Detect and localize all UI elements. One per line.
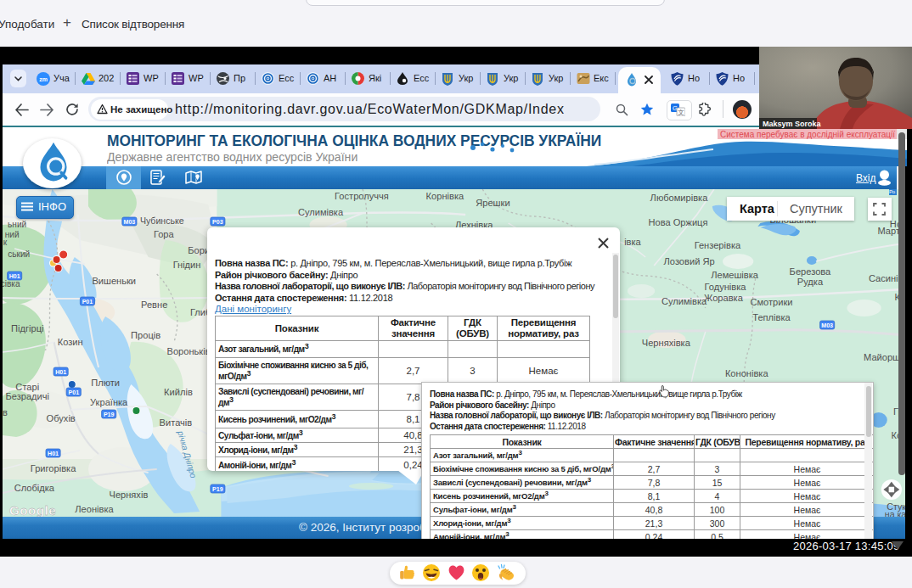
svg-text:Гнідин: Гнідин bbox=[173, 260, 201, 270]
svg-text:Теплівка: Теплівка bbox=[752, 312, 791, 322]
svg-text:Нова Оржиця: Нова Оржиця bbox=[648, 217, 707, 227]
svg-text:zm: zm bbox=[39, 76, 48, 82]
svg-text:Гензерівка: Гензерівка bbox=[695, 240, 741, 250]
svg-text:Витачів: Витачів bbox=[160, 417, 193, 428]
svg-text:Любомирівка: Любомирівка bbox=[650, 193, 709, 203]
svg-text:Плюти: Плюти bbox=[91, 378, 120, 388]
svg-text:івка: івка bbox=[624, 237, 641, 247]
svg-text:Підгірці: Підгірці bbox=[11, 323, 43, 333]
svg-text:М03: М03 bbox=[124, 219, 136, 225]
svg-text:Обухів: Обухів bbox=[47, 413, 76, 423]
svg-text:Н01: Н01 bbox=[9, 273, 20, 279]
svg-text:Ярешки: Ярешки bbox=[476, 198, 509, 208]
svg-text:Сулимівка: Сулимівка bbox=[661, 296, 707, 306]
svg-text:Р03: Р03 bbox=[212, 219, 223, 225]
svg-text:Сулимівка: Сулимівка bbox=[298, 207, 344, 217]
svg-text:сівка: сівка bbox=[3, 279, 20, 288]
svg-text:Кийлів: Кийлів bbox=[164, 387, 193, 397]
svg-text:Козин: Козин bbox=[58, 337, 83, 347]
svg-text:Ревне: Ревне bbox=[141, 300, 167, 310]
svg-text:Рудка: Рудка bbox=[797, 277, 824, 287]
svg-text:Гостролуччя: Гостролуччя bbox=[335, 191, 389, 201]
svg-text:Григорівка: Григорівка bbox=[31, 463, 76, 473]
svg-text:Гора: Гора bbox=[154, 229, 175, 239]
svg-text:Н01: Н01 bbox=[55, 369, 66, 375]
svg-text:Черняхів: Черняхів bbox=[109, 490, 148, 500]
svg-text:Лозовий Яр: Лозовий Яр bbox=[664, 256, 715, 266]
svg-text:Жоравка: Жоравка bbox=[704, 293, 744, 303]
svg-text:Березова: Березова bbox=[790, 266, 831, 277]
svg-text:Проців: Проців bbox=[131, 330, 160, 340]
svg-text:к: к bbox=[3, 238, 8, 247]
svg-text:Google: Google bbox=[9, 503, 56, 518]
svg-text:Лемешівка: Лемешівка bbox=[711, 270, 759, 280]
svg-text:Леонівка: Леонівка bbox=[75, 504, 114, 514]
svg-text:Н01: Н01 bbox=[48, 451, 59, 456]
svg-text:М03: М03 bbox=[821, 322, 833, 328]
svg-text:Годунівка: Годунівка bbox=[705, 282, 747, 292]
svg-text:Корнівка: Корнівка bbox=[426, 191, 464, 201]
svg-text:в: в bbox=[3, 407, 8, 417]
svg-text:Безрадичі: Безрадичі bbox=[5, 391, 49, 401]
svg-text:Р01: Р01 bbox=[69, 389, 80, 395]
svg-text:Р19: Р19 bbox=[212, 486, 223, 492]
svg-text:Чубинське: Чубинське bbox=[140, 216, 184, 226]
svg-text:Вороньків: Вороньків bbox=[167, 346, 211, 356]
svg-text:Черняхівка: Черняхівка bbox=[642, 338, 691, 348]
svg-text:ський: ський bbox=[8, 249, 30, 259]
svg-text:Вишеньки: Вишеньки bbox=[92, 276, 136, 286]
svg-text:ьний: ьний bbox=[8, 220, 26, 229]
svg-text:Кононівка: Кононівка bbox=[725, 368, 769, 378]
svg-text:Українка: Українка bbox=[90, 397, 128, 407]
svg-text:Слобідка: Слобідка bbox=[14, 483, 55, 493]
svg-text:Р01: Р01 bbox=[82, 299, 93, 305]
svg-text:Р19: Р19 bbox=[104, 412, 115, 417]
svg-text:Смотрики: Смотрики bbox=[750, 297, 792, 307]
svg-text:文: 文 bbox=[678, 109, 684, 116]
